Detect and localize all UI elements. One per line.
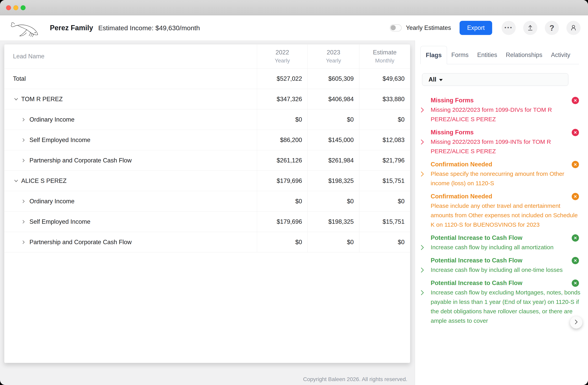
flag-description[interactable]: Please specify the nonrecurring amount f… [431,169,582,188]
row-label-cell[interactable]: Self Employed Income [4,212,257,232]
chevron-right-icon[interactable] [21,219,26,225]
cell-estimate: $21,796 [359,150,410,171]
row-label-cell[interactable]: TOM R PEREZ [4,89,257,109]
table-row: Total $527,022 $605,309 $49,630 [4,68,410,89]
flag-text: Missing 2022/2023 form 1099-INTs for TOM… [431,138,551,154]
cell-2023: $145,000 [308,130,359,150]
dismiss-flag-button[interactable]: ✕ [572,193,579,200]
chevron-right-icon[interactable] [420,107,424,116]
chevron-right-icon[interactable] [21,158,26,163]
chevron-right-icon[interactable] [420,289,424,299]
column-year: 2023 [327,49,340,56]
cell-2023: $605,309 [308,68,359,89]
cell-2023: $198,325 [308,171,359,191]
dismiss-flag-button[interactable]: ✕ [572,234,579,242]
chevron-right-icon[interactable] [21,199,26,204]
dismiss-flag-button[interactable]: ✕ [572,257,579,264]
row-label-cell[interactable]: Partnership and Corporate Cash Flow [4,150,257,171]
tab-entities[interactable]: Entities [473,46,502,64]
dismiss-flag-button[interactable]: ✕ [572,97,579,104]
chevron-right-icon[interactable] [420,139,424,148]
row-label-cell[interactable]: Self Employed Income [4,130,257,150]
close-window-icon[interactable] [6,5,11,10]
panel-tabs: Flags Forms Entities Relationships Activ… [420,46,579,64]
cell-2023: $0 [308,191,359,211]
income-table-card: Lead Name 2022 Yearly 2023 Yearly Estima… [4,44,410,363]
flag-item: Confirmation Needed ✕ Please include any… [431,192,579,229]
flag-item: Missing Forms ✕ Missing 2022/2023 form 1… [431,128,579,156]
export-button[interactable]: Export [460,21,492,35]
yearly-estimates-toggle[interactable] [390,24,402,31]
flag-description[interactable]: Increase cash flow by including all amor… [431,243,582,252]
filter-selected-value: All [429,76,436,83]
estimated-income-subtitle: Estimated Income: $49,630/month [98,24,200,32]
table-row: Self Employed Income $179,696 $198,325 $… [4,212,410,232]
toggle-knob [391,25,396,30]
row-label-cell[interactable]: ALICE S PEREZ [4,171,257,191]
row-label: Self Employed Income [29,218,90,225]
row-label-cell[interactable]: Partnership and Corporate Cash Flow [4,232,257,252]
flag-item: Missing Forms ✕ Missing 2022/2023 form 1… [431,96,579,124]
chevron-right-icon[interactable] [420,267,424,276]
zoom-window-icon[interactable] [21,5,25,10]
cell-2022: $0 [257,191,308,211]
flag-text: Missing 2022/2023 form 1099-DIVs for TOM… [431,107,552,122]
column-year: 2022 [275,49,289,56]
dismiss-flag-button[interactable]: ✕ [572,129,579,136]
tab-relationships[interactable]: Relationships [501,46,546,64]
flag-description[interactable]: Please include any other travel and ente… [431,201,582,229]
chevron-right-icon[interactable] [420,171,424,180]
table-row: Ordinary Income $0 $0 $0 [4,191,410,212]
flag-description[interactable]: Increase cash flow by including all one-… [431,265,582,275]
tab-activity[interactable]: Activity [547,46,575,64]
chevron-down-icon[interactable] [13,178,19,184]
chevron-right-icon[interactable] [21,137,26,143]
cell-2022: $179,696 [257,212,308,232]
dismiss-flag-button[interactable]: ✕ [572,161,579,168]
flag-description[interactable]: Increase cash flow by excluding Mortgage… [431,288,582,325]
cell-2023: $198,325 [308,212,359,232]
chevron-right-icon[interactable] [420,244,424,254]
flag-description[interactable]: Missing 2022/2023 form 1099-INTs for TOM… [431,137,582,156]
flag-text: Please include any other travel and ente… [431,203,578,228]
chevron-down-icon[interactable] [13,96,19,102]
macos-title-bar[interactable] [0,0,588,15]
flags-panel: Flags Forms Entities Relationships Activ… [415,41,588,385]
dismiss-flag-button[interactable]: ✕ [572,279,579,287]
more-options-button[interactable]: ••• [502,21,516,35]
cell-2023: $406,984 [308,89,359,109]
whale-logo-icon [10,17,42,39]
minimize-window-icon[interactable] [13,5,18,10]
flag-title: Confirmation Needed [431,160,579,169]
copyright-text: Copyright Baleen 2026. All rights reserv… [244,376,407,383]
tab-flags[interactable]: Flags [420,46,447,64]
chevron-right-icon [574,319,578,326]
cell-2022: $261,126 [257,150,308,171]
cell-estimate: $0 [359,191,410,211]
row-label-cell[interactable]: Ordinary Income [4,109,257,130]
row-label: TOM R PEREZ [21,96,63,103]
flag-description[interactable]: Missing 2022/2023 form 1099-DIVs for TOM… [431,105,582,124]
app-window: Perez Family Estimated Income: $49,630/m… [0,0,588,385]
column-header-2022: 2022 Yearly [257,44,308,68]
table-row: Self Employed Income $86,200 $145,000 $1… [4,130,410,150]
account-button[interactable] [567,21,581,35]
upload-button[interactable] [523,21,537,35]
help-button[interactable]: ? [545,21,559,35]
row-label-cell[interactable]: Ordinary Income [4,191,257,211]
row-label: Total [13,75,26,82]
panel-collapse-button[interactable] [570,316,583,329]
cell-estimate: $0 [359,232,410,252]
tab-forms[interactable]: Forms [447,46,473,64]
flag-text: Increase cash flow by excluding Mortgage… [431,289,580,324]
chevron-right-icon[interactable] [21,239,26,245]
flags-list: Missing Forms ✕ Missing 2022/2023 form 1… [431,96,579,325]
column-period: Monthly [375,58,394,64]
row-label: Partnership and Corporate Cash Flow [29,157,132,164]
table-row: Partnership and Corporate Cash Flow $261… [4,150,410,171]
flag-filter-dropdown[interactable]: All [422,73,568,86]
flag-title: Confirmation Needed [431,192,579,201]
caret-down-icon [439,79,443,81]
chevron-right-icon[interactable] [21,117,26,122]
row-label-cell[interactable]: Total [4,68,257,89]
